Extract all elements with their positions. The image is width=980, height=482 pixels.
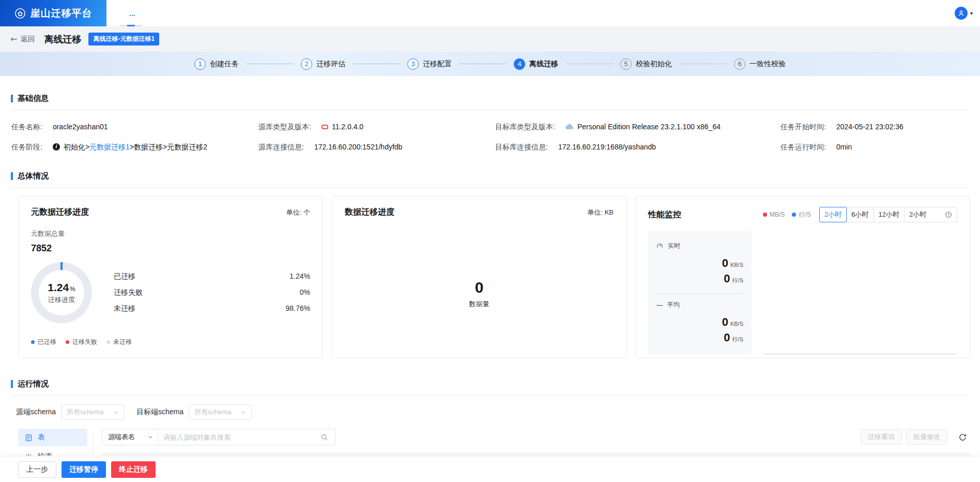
search-button[interactable] [313, 429, 335, 445]
brand-logo[interactable]: 崖山迁移平台 [0, 0, 106, 26]
task-badge: 离线迁移-元数据迁移1 [88, 33, 159, 46]
step-offline-migration: 4 离线迁移 [514, 58, 558, 70]
table-icon [25, 434, 33, 442]
step-connector [353, 64, 400, 64]
pause-migration-button[interactable]: 迁移暂停 [62, 461, 106, 478]
chevron-down-icon [241, 410, 246, 415]
performance-chart-area [764, 231, 957, 354]
legend-failed: 迁移失败 [66, 338, 97, 347]
search-icon [320, 433, 328, 441]
gray-dot-icon [106, 340, 110, 344]
running-title: 运行情况 [0, 379, 980, 389]
performance-card: 性能监控 MB/S 行/S 2小时 6小时 12小时 2小时 [635, 196, 970, 358]
step-verify-init: 5 校验初始化 [620, 58, 672, 70]
cloud-db-icon [565, 124, 574, 130]
data-volume-label: 数据量 [469, 299, 489, 309]
legend-migrated: 已迁移 [31, 338, 56, 347]
average-dash-icon: — [656, 302, 663, 309]
nav-item-table[interactable]: 表 [18, 429, 87, 446]
footer-action-bar: 上一步 迁移暂停 终止迁移 [0, 457, 980, 482]
refresh-button[interactable] [955, 429, 970, 445]
step-connector [459, 64, 507, 64]
range-12h-button[interactable]: 12小时 [874, 207, 905, 222]
brand-title: 崖山迁移平台 [30, 7, 93, 20]
field-source-connection: 源库连接信息: 172.16.60.200:1521/hdyfdb [258, 142, 495, 152]
data-progress-card: 数据迁移进度 单位: KB 0 数据量 [332, 196, 626, 358]
avatar-caret-icon[interactable]: ▾ [970, 10, 973, 16]
data-volume-value: 0 [475, 279, 484, 296]
target-schema-select[interactable]: 所有schema [189, 404, 252, 420]
range-2h-button[interactable]: 2小时 [819, 207, 847, 222]
field-task-name: 任务名称: oracle2yashan01 [11, 122, 258, 131]
step-create-task: 1 创建任务 [194, 58, 239, 70]
source-schema-select[interactable]: 所有schema [61, 404, 124, 420]
metadata-progress-card: 元数据迁移进度 单位: 个 元数据总量 7852 1.24% 迁移进度 已迁移1… [18, 196, 323, 358]
red-dot-icon [66, 340, 69, 344]
nav-item-constraint[interactable]: 约束 [18, 448, 87, 456]
step-migration-assess: 2 迁移评估 [301, 58, 345, 70]
refresh-icon [958, 433, 967, 442]
user-avatar[interactable] [955, 7, 968, 20]
metadata-donut-chart: 1.24% 迁移进度 [31, 262, 92, 323]
chevron-down-icon [148, 434, 153, 440]
legend-mbs: MB/S [763, 211, 785, 218]
stage-link[interactable]: 元数据迁移1 [89, 143, 130, 151]
field-target-version: 目标库类型及版本: Personal Edition Release 23.2.… [495, 122, 780, 131]
blue-dot-icon [792, 213, 796, 217]
metadata-total-value: 7852 [31, 243, 310, 254]
oracle-db-icon [321, 125, 328, 129]
field-target-connection: 目标库连接信息: 172.16.60.219:1688/yashandb [495, 142, 780, 152]
person-icon [957, 9, 965, 17]
constraint-icon [25, 453, 33, 456]
realtime-row: 实时 [656, 242, 743, 250]
average-kbs-value: 0 [722, 315, 728, 328]
step-connector [246, 64, 294, 64]
clock-icon [945, 211, 952, 218]
performance-legend: MB/S 行/S [763, 210, 811, 219]
chevron-down-icon [113, 410, 118, 415]
wizard-stepper: 1 创建任务 2 迁移评估 3 迁移配置 4 离线迁移 5 校验初始化 6 一致… [0, 52, 980, 76]
field-run-time: 任务运行时间: 0min [780, 142, 970, 152]
field-source-version: 源库类型及版本: 11.2.0.4.0 [258, 122, 495, 131]
table-header-row: 源端表名 目标端表名 源端Schema名 目标端Schema名 迁移阶段 迁移状… [102, 452, 970, 456]
objects-table: 源端表名 目标端表名 源端Schema名 目标端Schema名 迁移阶段 迁移状… [102, 452, 970, 456]
average-row: — 平均 [656, 300, 743, 309]
running-section: 运行情况 源端schema 所有schema 目标端schema 所有schem… [0, 379, 980, 456]
field-task-stage: 任务阶段: i 初始化>元数据迁移1>数据迁移>元数据迁移2 [11, 142, 258, 152]
blue-dot-icon [31, 340, 35, 344]
tab-indicator [119, 25, 143, 26]
search-input[interactable] [158, 429, 313, 445]
red-dot-icon [763, 213, 767, 217]
object-search: 源端表名 [102, 429, 335, 445]
step-connector [679, 64, 727, 64]
stat-migrated: 已迁移1.24% [114, 272, 310, 281]
legend-rows: 行/S [792, 210, 810, 219]
back-arrow-icon: ← [10, 34, 17, 44]
page-title: 离线迁移 [44, 33, 81, 46]
step-consistency-check: 6 一致性校验 [734, 58, 786, 70]
back-button[interactable]: ← 返回 [10, 34, 35, 44]
metadata-legend: 已迁移 迁移失败 未迁移 [31, 338, 310, 347]
batch-edit-button[interactable]: 批量修改 [906, 429, 947, 445]
step-migration-config: 3 迁移配置 [407, 58, 452, 70]
top-tab[interactable]: ... [129, 0, 135, 26]
title-bar: ← 返回 离线迁移 离线迁移-元数据迁移1 [0, 26, 980, 52]
average-rows-value: 0 [724, 331, 730, 344]
performance-stats-panel: 实时 0KB/S 0行/S — 平均 0KB/S 0行/S [648, 231, 752, 354]
previous-step-button[interactable]: 上一步 [18, 461, 56, 478]
realtime-kbs-value: 0 [722, 257, 728, 269]
basic-info-title: 基础信息 [0, 94, 980, 103]
retry-migration-button[interactable]: 迁移重试 [861, 429, 902, 445]
step-connector [565, 64, 613, 64]
overview-title: 总体情况 [0, 171, 980, 181]
search-field-select[interactable]: 源端表名 [102, 429, 158, 445]
stat-failed: 迁移失败0% [114, 288, 310, 297]
object-type-nav: 表 约束 索引 视图 [18, 429, 87, 456]
legend-not-migrated: 未迁移 [106, 338, 132, 347]
chart-x-axis [764, 354, 956, 354]
stop-migration-button[interactable]: 终止迁移 [111, 461, 156, 478]
range-6h-button[interactable]: 6小时 [846, 207, 874, 222]
realtime-gauge-icon [656, 243, 663, 249]
range-custom-button[interactable]: 2小时 [904, 207, 957, 222]
overview-section: 总体情况 元数据迁移进度 单位: 个 元数据总量 7852 1.24% 迁移进度… [0, 171, 980, 358]
